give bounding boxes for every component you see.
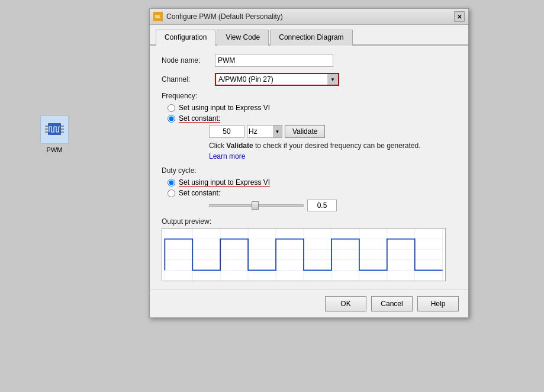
pwm-icon-label: PWM [47, 146, 63, 153]
pwm-icon-image [40, 115, 69, 144]
tab-view-code[interactable]: View Code [217, 30, 269, 46]
duty-radio1-text: Set using input to Express VI [179, 178, 270, 187]
channel-row: Channel: A/PWM0 (Pin 27) A/PWM1 (Pin 28)… [162, 73, 456, 86]
dialog-close-button[interactable]: ✕ [454, 11, 465, 22]
output-preview-chart [162, 228, 446, 281]
svg-rect-4 [61, 126, 64, 127]
dialog-tabs: Configuration View Code Connection Diagr… [150, 25, 468, 46]
frequency-radio-group: Set using input to Express VI Set consta… [162, 104, 456, 123]
dialog-content: Node name: Channel: A/PWM0 (Pin 27) A/PW… [150, 46, 468, 290]
learn-more-link[interactable]: Learn more [209, 152, 245, 160]
svg-rect-3 [45, 131, 48, 133]
duty-cycle-section: Duty cycle: Set using input to Express V… [162, 166, 456, 211]
duty-radio2[interactable] [168, 189, 175, 197]
dialog-footer: OK Cancel Help [150, 290, 468, 317]
freq-radio2[interactable] [168, 115, 175, 123]
pwm-desktop-icon[interactable]: PWM [31, 115, 78, 153]
tab-configuration[interactable]: Configuration [156, 30, 215, 46]
duty-cycle-label: Duty cycle: [162, 166, 456, 175]
output-preview-label: Output preview: [162, 217, 456, 226]
duty-radio2-label[interactable]: Set constant: [179, 189, 220, 197]
title-left: Configure PWM (Default Personality) [153, 12, 283, 21]
dialog-title-text: Configure PWM (Default Personality) [166, 12, 283, 21]
channel-label: Channel: [162, 75, 215, 83]
duty-radio-group: Set using input to Express VI Set consta… [162, 178, 456, 197]
dialog-title-icon [153, 12, 163, 21]
duty-radio1-row: Set using input to Express VI [168, 178, 456, 187]
freq-radio1-label[interactable]: Set using input to Express VI [179, 104, 270, 112]
channel-select-wrapper: A/PWM0 (Pin 27) A/PWM1 (Pin 28) B/PWM0 (… [215, 73, 339, 86]
duty-slider-thumb[interactable] [252, 201, 259, 210]
svg-rect-6 [61, 131, 64, 133]
freq-unit-select[interactable]: Hz kHz [247, 125, 282, 138]
tab-connection-diagram[interactable]: Connection Diagram [270, 30, 352, 46]
freq-radio2-label: Set constant: [179, 114, 220, 123]
duty-radio1[interactable] [168, 179, 175, 187]
validate-button[interactable]: Validate [285, 125, 325, 138]
dialog-titlebar: Configure PWM (Default Personality) ✕ [150, 9, 468, 25]
validate-hint-bold: Validate [226, 142, 253, 150]
freq-radio2-row: Set constant: [168, 114, 456, 123]
channel-select[interactable]: A/PWM0 (Pin 27) A/PWM1 (Pin 28) B/PWM0 (… [215, 73, 339, 86]
freq-radio2-text: Set constant: [179, 114, 220, 123]
svg-rect-2 [45, 128, 48, 130]
freq-radio1[interactable] [168, 104, 175, 112]
cancel-button[interactable]: Cancel [371, 296, 413, 311]
duty-radio2-row: Set constant: [168, 189, 456, 197]
node-name-label: Node name: [162, 56, 215, 65]
channel-select-arrow-icon[interactable]: ▼ [327, 73, 339, 86]
svg-rect-5 [61, 128, 64, 130]
duty-radio1-label: Set using input to Express VI [179, 178, 270, 187]
freq-value-input[interactable] [209, 125, 244, 138]
freq-input-row: Hz kHz ▼ Validate [162, 125, 456, 138]
svg-rect-1 [45, 126, 48, 127]
frequency-section-label: Frequency: [162, 92, 456, 100]
node-name-row: Node name: [162, 54, 456, 67]
freq-unit-wrapper: Hz kHz ▼ [247, 125, 282, 138]
node-name-input[interactable] [215, 54, 333, 67]
svg-rect-0 [48, 123, 61, 135]
configure-pwm-dialog: Configure PWM (Default Personality) ✕ Co… [149, 8, 469, 318]
validate-hint: Click Validate to check if your desired … [162, 140, 456, 162]
duty-slider-row: 0.5 [162, 200, 456, 211]
ok-button[interactable]: OK [325, 296, 366, 311]
help-button[interactable]: Help [417, 296, 459, 311]
duty-slider-value: 0.5 [307, 200, 337, 211]
freq-radio1-row: Set using input to Express VI [168, 104, 456, 112]
duty-slider-track [209, 204, 304, 207]
